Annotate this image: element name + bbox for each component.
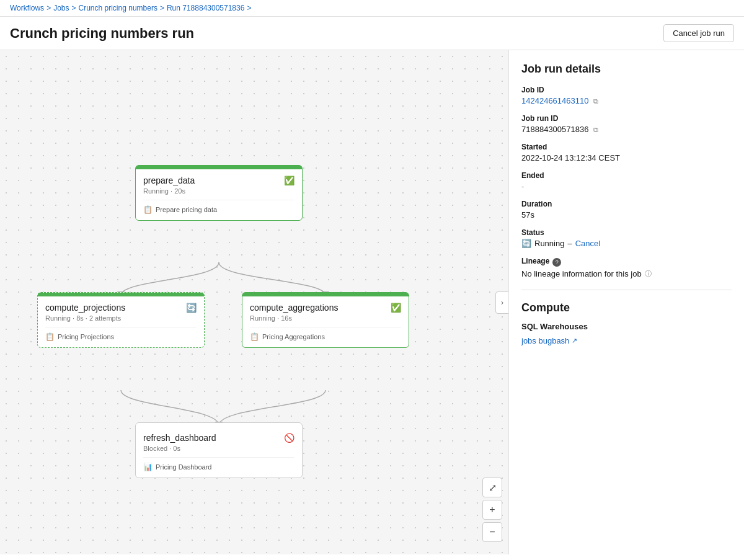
node-refresh-status: Blocked · 0s [143, 445, 294, 452]
canvas-zoom-out-button[interactable]: − [482, 522, 502, 542]
status-running-icon: 🔄 [521, 239, 531, 248]
status-running-text: Running [534, 239, 564, 248]
breadcrumb-sep-1: > [46, 4, 51, 12]
details-panel: Job run details Job ID 142424661463110 ⧉… [508, 50, 744, 554]
compute-agg-task-label: Pricing Aggregations [262, 333, 325, 340]
cancel-job-run-button[interactable]: Cancel job run [663, 24, 734, 42]
node-refresh-task: 📊 Pricing Dashboard [143, 457, 294, 471]
node-compute-proj-task: 📋 Pricing Projections [45, 327, 197, 341]
prepare-data-task-label: Prepare pricing data [156, 206, 217, 213]
duration-value: 57s [521, 210, 732, 220]
workflow-canvas[interactable]: prepare_data ✅ Running · 20s 📋 Prepare p… [0, 50, 508, 554]
status-dash: – [567, 239, 572, 248]
breadcrumb-run: Run 718884300571836 [167, 4, 244, 12]
breadcrumb-sep-2: > [72, 4, 76, 12]
breadcrumb-sep-3: > [160, 4, 164, 12]
job-run-id-copy-icon[interactable]: ⧉ [593, 126, 598, 133]
job-id-link[interactable]: 142424661463110 [521, 96, 588, 105]
job-id-label: Job ID [521, 86, 732, 94]
node-prepare-data-content: prepare_data ✅ Running · 20s 📋 Prepare p… [136, 169, 302, 220]
node-prepare-data[interactable]: prepare_data ✅ Running · 20s 📋 Prepare p… [135, 165, 303, 221]
status-cancel-link[interactable]: Cancel [575, 239, 600, 248]
job-id-copy-icon[interactable]: ⧉ [593, 97, 598, 105]
compute-warehouse-link[interactable]: jobs bugbash ↗ [521, 336, 732, 345]
canvas-zoom-in-button[interactable]: + [482, 500, 502, 520]
refresh-task-label: Pricing Dashboard [156, 463, 212, 471]
detail-started: Started 2022-10-24 13:12:34 CEST [521, 143, 732, 162]
node-compute-agg-header: compute_aggregations ✅ [250, 303, 401, 313]
node-compute-agg-task: 📋 Pricing Aggregations [250, 327, 401, 341]
compute-proj-task-icon: 📋 [45, 332, 55, 341]
compute-external-icon: ↗ [572, 337, 577, 345]
breadcrumb-jobs[interactable]: Jobs [53, 4, 69, 12]
node-compute-agg-content: compute_aggregations ✅ Running · 16s 📋 P… [242, 296, 409, 347]
started-label: Started [521, 143, 732, 151]
node-compute-proj-status: Running · 8s · 2 attempts [45, 314, 197, 322]
compute-section-title: Compute [521, 301, 732, 314]
node-refresh-dashboard[interactable]: refresh_dashboard 🚫 Blocked · 0s 📊 Prici… [135, 422, 303, 478]
breadcrumb-sep-4: > [247, 4, 251, 12]
started-value: 2022-10-24 13:12:34 CEST [521, 153, 732, 162]
refresh-status-icon: 🚫 [284, 433, 294, 443]
page-header: Crunch pricing numbers run Cancel job ru… [0, 17, 744, 50]
detail-job-id: Job ID 142424661463110 ⧉ [521, 86, 732, 105]
node-refresh-content: refresh_dashboard 🚫 Blocked · 0s 📊 Prici… [136, 427, 302, 478]
compute-proj-task-label: Pricing Projections [58, 333, 114, 340]
job-run-id-text: 718884300571836 [521, 125, 588, 134]
job-run-id-value: 718884300571836 ⧉ [521, 125, 732, 134]
compute-proj-status-icon: 🔄 [186, 303, 197, 313]
breadcrumb: Workflows > Jobs > Crunch pricing number… [10, 4, 734, 12]
lineage-label: Lineage [521, 257, 549, 265]
lineage-label-row: Lineage ? [521, 257, 732, 267]
status-running-row: 🔄 Running – Cancel [521, 239, 732, 248]
compute-agg-status-icon: ✅ [391, 303, 401, 313]
detail-ended: Ended - [521, 171, 732, 191]
node-compute-proj-content: compute_projections 🔄 Running · 8s · 2 a… [38, 296, 204, 347]
node-prepare-data-task: 📋 Prepare pricing data [143, 200, 294, 214]
node-compute-projections[interactable]: compute_projections 🔄 Running · 8s · 2 a… [37, 292, 205, 348]
node-compute-agg-status: Running · 16s [250, 314, 401, 322]
breadcrumb-bar: Workflows > Jobs > Crunch pricing number… [0, 0, 744, 17]
node-compute-aggregations[interactable]: compute_aggregations ✅ Running · 16s 📋 P… [242, 292, 409, 348]
node-compute-proj-name: compute_projections [45, 303, 125, 313]
node-refresh-header: refresh_dashboard 🚫 [143, 433, 294, 443]
compute-agg-task-icon: 📋 [250, 332, 259, 341]
lineage-info-icon[interactable]: ⓘ [645, 269, 652, 278]
ended-label: Ended [521, 171, 732, 180]
node-compute-agg-name: compute_aggregations [250, 303, 338, 313]
compute-sub-title: SQL Warehouses [521, 322, 732, 331]
canvas-expand-button[interactable]: ⤢ [482, 478, 502, 497]
page-title: Crunch pricing numbers run [10, 25, 194, 42]
breadcrumb-job-name[interactable]: Crunch pricing numbers [79, 4, 157, 12]
node-prepare-data-header: prepare_data ✅ [143, 176, 294, 185]
breadcrumb-workflows[interactable]: Workflows [10, 4, 44, 12]
job-id-value: 142424661463110 ⧉ [521, 96, 732, 105]
lineage-value: No lineage information for this job [521, 269, 642, 278]
node-prepare-data-name: prepare_data [143, 176, 195, 185]
duration-label: Duration [521, 200, 732, 208]
divider [521, 290, 732, 290]
main-content: prepare_data ✅ Running · 20s 📋 Prepare p… [0, 50, 744, 554]
node-refresh-name: refresh_dashboard [143, 433, 216, 443]
prepare-data-status-icon: ✅ [284, 176, 294, 185]
node-compute-proj-header: compute_projections 🔄 [45, 303, 197, 313]
detail-duration: Duration 57s [521, 200, 732, 220]
prepare-data-task-icon: 📋 [143, 205, 153, 214]
panel-collapse-button[interactable]: › [495, 291, 508, 314]
detail-lineage: Lineage ? No lineage information for thi… [521, 257, 732, 278]
details-section-title: Job run details [521, 63, 732, 76]
compute-warehouse-label: jobs bugbash [521, 336, 569, 345]
status-label: Status [521, 228, 732, 237]
ended-value: - [521, 182, 732, 191]
canvas-controls: ⤢ + − [482, 478, 502, 542]
refresh-task-icon: 📊 [143, 463, 153, 471]
detail-status: Status 🔄 Running – Cancel [521, 228, 732, 248]
lineage-help-icon[interactable]: ? [552, 258, 561, 267]
detail-job-run-id: Job run ID 718884300571836 ⧉ [521, 114, 732, 134]
node-prepare-data-status: Running · 20s [143, 187, 294, 195]
job-run-id-label: Job run ID [521, 114, 732, 123]
